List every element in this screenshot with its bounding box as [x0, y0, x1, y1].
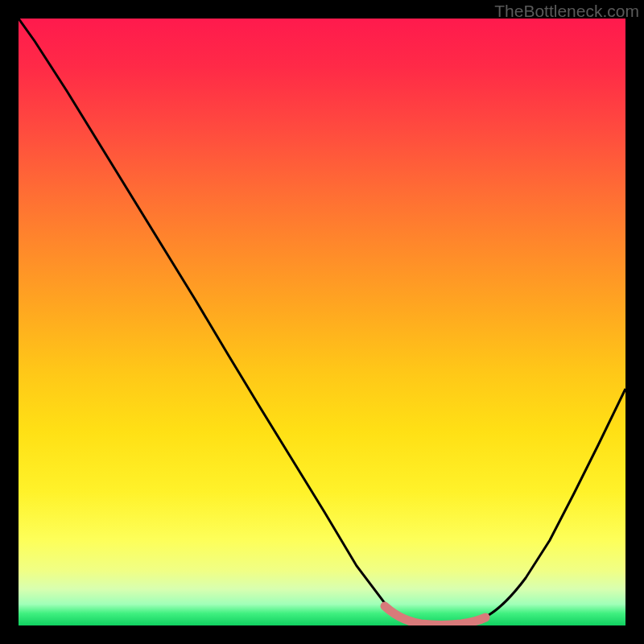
- chart-curves: [19, 19, 625, 625]
- chart-plot-area: [19, 19, 625, 625]
- curve-bottleneck: [19, 19, 625, 625]
- curve-flat-bottom: [385, 606, 485, 625]
- watermark-text: TheBottleneck.com: [494, 2, 639, 21]
